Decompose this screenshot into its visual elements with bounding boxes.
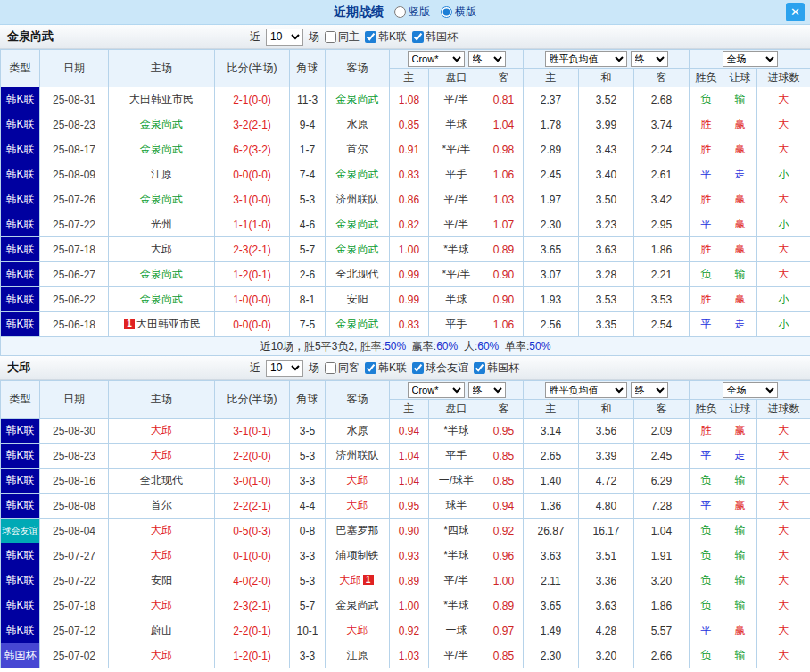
filter-option[interactable]: 同客: [325, 361, 360, 376]
horizontal-layout-radio[interactable]: [441, 6, 452, 18]
ah-odds-group: Crow*终: [390, 381, 524, 400]
away-team[interactable]: 金泉尚武: [326, 212, 390, 237]
score: 0-5(0-3): [215, 519, 290, 543]
filter-checkbox[interactable]: [325, 31, 336, 43]
away-team[interactable]: 济州联队: [326, 444, 390, 469]
away-team[interactable]: 大邱: [326, 469, 390, 494]
home-team[interactable]: 江原: [109, 162, 215, 187]
odds-stage-select[interactable]: 终: [468, 382, 506, 398]
match-scope-select[interactable]: 全场: [723, 382, 778, 398]
filter-option[interactable]: 韩K联: [365, 361, 407, 376]
away-team[interactable]: 首尔: [326, 137, 390, 162]
match-date: 25-07-22: [40, 212, 109, 237]
home-team[interactable]: 全北现代: [109, 469, 215, 494]
home-team[interactable]: 大邱: [109, 643, 215, 668]
red-card-badge: 1: [124, 319, 135, 329]
close-button[interactable]: ✕: [786, 3, 805, 21]
away-team[interactable]: 安阳: [326, 287, 390, 312]
home-team[interactable]: 金泉尚武: [109, 112, 215, 137]
away-team[interactable]: 金泉尚武: [326, 237, 390, 262]
away-team[interactable]: 全北现代: [326, 262, 390, 287]
ah-home-odds: 0.86: [390, 187, 429, 212]
away-team[interactable]: 水原: [326, 419, 390, 444]
wdl-average-select[interactable]: 胜平负均值: [545, 382, 627, 398]
match-count-select[interactable]: 10: [266, 29, 303, 46]
home-team[interactable]: 大邱: [109, 444, 215, 469]
filter-checkbox[interactable]: [365, 31, 376, 43]
home-team[interactable]: 大田韩亚市民: [109, 87, 215, 112]
filter-option[interactable]: 球会友谊: [412, 361, 468, 376]
away-team[interactable]: 大邱1: [326, 568, 390, 593]
away-team[interactable]: 水原: [326, 112, 390, 137]
avg-away-odds: 3.53: [634, 287, 690, 312]
home-team[interactable]: 金泉尚武: [109, 187, 215, 212]
home-team[interactable]: 大邱: [109, 237, 215, 262]
home-team[interactable]: 大邱: [109, 419, 215, 444]
away-team[interactable]: 济州联队: [326, 187, 390, 212]
home-team[interactable]: 蔚山: [109, 618, 215, 643]
filter-checkbox[interactable]: [325, 362, 336, 374]
filter-checkbox[interactable]: [474, 362, 485, 374]
away-team[interactable]: 江原: [326, 643, 390, 668]
match-row: 韩K联 25-08-08 首尔 2-2(2-1) 4-4 大邱 0.95 球半 …: [1, 494, 810, 519]
match-count-select[interactable]: 10: [266, 360, 303, 377]
avg-draw-odds: 3.23: [579, 212, 634, 237]
score: 2-1(0-0): [215, 87, 290, 112]
match-row: 韩K联 25-08-17 金泉尚武 6-2(3-2) 1-7 首尔 0.91 *…: [1, 137, 810, 162]
vertical-layout-radio[interactable]: [394, 6, 406, 18]
filter-checkbox[interactable]: [412, 31, 424, 43]
result-wdl: 平: [690, 162, 723, 187]
home-team[interactable]: 大邱: [109, 519, 215, 543]
home-team[interactable]: 首尔: [109, 494, 215, 519]
away-team[interactable]: 金泉尚武: [326, 87, 390, 112]
wdl-stage-select[interactable]: 终: [631, 51, 668, 67]
ah-line: 平手: [429, 444, 484, 469]
score: 2-3(2-1): [215, 237, 290, 262]
odds-stage-select[interactable]: 终: [468, 51, 506, 67]
home-team[interactable]: 大邱: [109, 593, 215, 618]
away-team[interactable]: 浦项制铁: [326, 543, 390, 568]
home-team[interactable]: 安阳: [109, 568, 215, 593]
home-team[interactable]: 金泉尚武: [109, 287, 215, 312]
ah-away-odds: 0.85: [484, 469, 524, 494]
home-team[interactable]: 大邱: [109, 543, 215, 568]
score: 2-2(2-1): [215, 494, 290, 519]
avg-away-odds: 2.24: [634, 137, 690, 162]
result-handicap: 输: [723, 519, 757, 543]
layout-option-vertical[interactable]: 竖版: [394, 4, 430, 20]
near-label: 近: [250, 361, 260, 376]
competition-tag: 韩K联: [1, 618, 40, 643]
filter-label: 韩国杯: [487, 361, 519, 376]
home-team[interactable]: 光州: [109, 212, 215, 237]
filter-option[interactable]: 韩国杯: [474, 361, 519, 376]
avg-home-odds: 1.40: [524, 469, 579, 494]
filter-option[interactable]: 同主: [325, 29, 360, 45]
away-team[interactable]: 巴塞罗那: [326, 519, 390, 543]
filter-checkbox[interactable]: [365, 362, 376, 374]
away-team[interactable]: 金泉尚武: [326, 593, 390, 618]
ah-away-odds: 1.06: [484, 312, 524, 337]
odds-company-select[interactable]: Crow*: [408, 382, 465, 398]
layout-option-horizontal[interactable]: 横版: [441, 4, 476, 20]
col-result: 胜负: [690, 400, 723, 419]
filter-option[interactable]: 韩国杯: [412, 29, 458, 45]
wdl-average-select[interactable]: 胜平负均值: [545, 51, 627, 67]
table-header-top: 类型 日期 主场 比分(半场) 角球 客场 Crow*终 胜平负均值终 全场: [1, 381, 810, 400]
match-scope-select[interactable]: 全场: [723, 51, 778, 67]
ah-home-odds: 0.99: [390, 287, 429, 312]
avg-home-odds: 26.87: [524, 519, 579, 543]
filter-option[interactable]: 韩K联: [365, 29, 407, 45]
home-team[interactable]: 金泉尚武: [109, 137, 215, 162]
filter-checkbox[interactable]: [412, 362, 424, 374]
home-team[interactable]: 1大田韩亚市民: [109, 312, 215, 337]
home-team[interactable]: 金泉尚武: [109, 262, 215, 287]
away-team[interactable]: 大邱: [326, 494, 390, 519]
away-team[interactable]: 大邱: [326, 618, 390, 643]
match-date: 25-07-02: [40, 643, 109, 668]
ah-away-odds: 0.98: [484, 137, 524, 162]
odds-company-select[interactable]: Crow*: [408, 51, 465, 67]
away-team[interactable]: 金泉尚武: [326, 162, 390, 187]
away-team[interactable]: 金泉尚武: [326, 312, 390, 337]
ah-away-odds: 0.90: [484, 287, 524, 312]
wdl-stage-select[interactable]: 终: [631, 382, 668, 398]
